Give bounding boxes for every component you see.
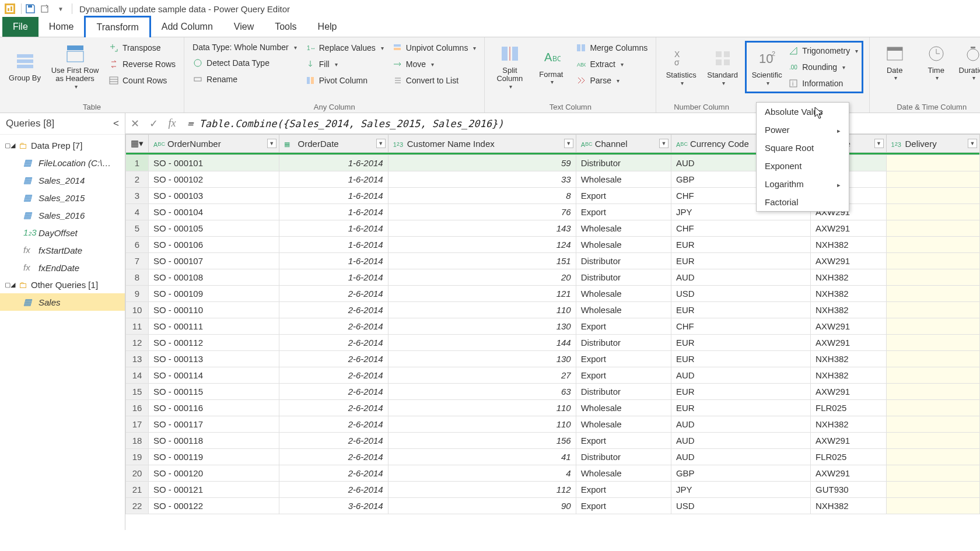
filter-icon[interactable]: ▼ [874, 139, 884, 148]
table-row[interactable]: 20 SO - 000120 2-6-2014 4 Wholesale GBP … [126, 465, 980, 482]
filter-icon[interactable]: ▼ [968, 139, 977, 148]
menu-factorial[interactable]: Factorial [757, 193, 849, 211]
tab-file[interactable]: File [2, 17, 38, 37]
formula-input[interactable]: = Table.Combine({Sales_2014, Sales_2015,… [181, 118, 980, 129]
tree-item[interactable]: 1₂3DayOffset [0, 224, 125, 241]
filter-icon[interactable]: ▼ [659, 139, 668, 148]
table-row[interactable]: 7 SO - 000107 1-6-2014 151 Distributor E… [126, 253, 980, 269]
save-icon[interactable] [24, 2, 37, 15]
tab-transform[interactable]: Transform [84, 16, 150, 37]
corner-cell[interactable]: ▦▾ [126, 135, 149, 153]
table-row[interactable]: 12 SO - 000112 2-6-2014 144 Distributor … [126, 335, 980, 351]
tab-add-column[interactable]: Add Column [151, 17, 223, 37]
table-row[interactable]: 4 SO - 000104 1-6-2014 76 Export JPY AXW… [126, 204, 980, 220]
column-header[interactable]: ABCChannel▼ [576, 135, 671, 153]
table-row[interactable]: 3 SO - 000103 1-6-2014 8 Export CHF GUT9… [126, 188, 980, 204]
table-row[interactable]: 2 SO - 000102 1-6-2014 33 Wholesale GBP [126, 171, 980, 188]
undo-icon[interactable] [39, 2, 52, 15]
menu-absolute-value[interactable]: Absolute Value [757, 103, 849, 121]
formula-fx-icon[interactable]: fx [163, 114, 181, 133]
tab-home[interactable]: Home [38, 17, 85, 37]
qat-dropdown-icon[interactable]: ▼ [54, 2, 67, 15]
rounding-button[interactable]: .00Rounding [786, 60, 860, 74]
table-row[interactable]: 15 SO - 000115 2-6-2014 63 Distributor E… [126, 384, 980, 400]
tree-item[interactable]: ▦Sales_2015 [0, 189, 125, 206]
svg-rect-24 [502, 47, 508, 61]
detect-type-button[interactable]: Detect Data Type [190, 56, 299, 70]
data-type-button[interactable]: Data Type: Whole Number [190, 41, 299, 54]
tree-item[interactable]: fxfxEndDate [0, 259, 125, 276]
table-row[interactable]: 13 SO - 000113 2-6-2014 130 Export EUR N… [126, 351, 980, 367]
tab-view[interactable]: View [223, 17, 264, 37]
filter-icon[interactable]: ▼ [376, 139, 386, 148]
menu-power[interactable]: Power [757, 121, 849, 139]
count-rows-button[interactable]: Count Rows [106, 73, 178, 87]
parse-button[interactable]: Parse [573, 73, 650, 87]
table-row[interactable]: 22 SO - 000122 3-6-2014 90 Export USD NX… [126, 498, 980, 514]
tree-item-sales[interactable]: ▦Sales [0, 293, 125, 311]
filter-icon[interactable]: ▼ [267, 139, 276, 148]
table-row[interactable]: 1 SO - 000101 1-6-2014 59 Distributor AU… [126, 155, 980, 171]
tree-group-dataprep[interactable]: ▢◢ 🗀 Data Prep [7] [0, 137, 125, 154]
pivot-button[interactable]: Pivot Column [303, 73, 386, 87]
standard-button[interactable]: Standard [704, 41, 741, 93]
data-grid[interactable]: ▦▾ABCOrderNumber▼▦OrderDate▼123Customer … [125, 134, 980, 514]
tree-group-other[interactable]: ▢◢ 🗀 Other Queries [1] [0, 276, 125, 293]
trigonometry-button[interactable]: Trigonometry [786, 44, 860, 58]
tab-help[interactable]: Help [307, 17, 348, 37]
table-row[interactable]: 16 SO - 000116 2-6-2014 110 Wholesale EU… [126, 400, 980, 416]
table-row[interactable]: 6 SO - 000106 1-6-2014 124 Wholesale EUR… [126, 237, 980, 253]
table-row[interactable]: 18 SO - 000118 2-6-2014 156 Export AUD A… [126, 433, 980, 449]
table-row[interactable]: 21 SO - 000121 2-6-2014 112 Export JPY G… [126, 482, 980, 498]
svg-point-48 [967, 49, 979, 61]
information-button[interactable]: iInformation [786, 76, 860, 90]
tree-item[interactable]: ▦FileLocation (C:\… [0, 154, 125, 171]
column-header[interactable]: ▦OrderDate▼ [279, 135, 388, 153]
svg-rect-25 [512, 47, 518, 61]
row-number: 13 [126, 351, 149, 367]
menu-exponent[interactable]: Exponent [757, 157, 849, 175]
column-header[interactable]: 123Delivery▼ [886, 135, 979, 153]
tree-item[interactable]: ▦Sales_2014 [0, 171, 125, 189]
format-button[interactable]: ABC Format [532, 41, 570, 92]
table-row[interactable]: 9 SO - 000109 2-6-2014 121 Wholesale USD… [126, 286, 980, 302]
table-row[interactable]: 17 SO - 000117 2-6-2014 110 Wholesale AU… [126, 416, 980, 433]
formula-accept-button[interactable]: ✓ [144, 114, 163, 133]
use-first-row-button[interactable]: Use First Row as Headers [47, 41, 103, 92]
split-column-button[interactable]: Split Column [491, 41, 528, 92]
statistics-button[interactable]: Xσ Statistics [662, 41, 700, 93]
unpivot-button[interactable]: Unpivot Columns [390, 41, 479, 55]
duration-button[interactable]: Duration [958, 41, 980, 83]
time-button[interactable]: Time [917, 41, 955, 83]
collapse-icon[interactable]: < [113, 118, 119, 129]
menu-logarithm[interactable]: Logarithm [757, 175, 849, 193]
table-row[interactable]: 5 SO - 000105 1-6-2014 143 Wholesale CHF… [126, 220, 980, 237]
table-row[interactable]: 8 SO - 000108 1-6-2014 20 Distributor AU… [126, 269, 980, 286]
convert-list-button[interactable]: Convert to List [390, 73, 479, 87]
table-row[interactable]: 19 SO - 000119 2-6-2014 41 Distributor A… [126, 449, 980, 465]
filter-icon[interactable]: ▼ [564, 139, 573, 148]
column-header[interactable]: 123Customer Name Index▼ [388, 135, 576, 153]
scientific-button[interactable]: 102 Scientific [748, 44, 786, 90]
group-by-button[interactable]: Group By [6, 41, 44, 92]
date-button[interactable]: Date [876, 41, 914, 83]
table-row[interactable]: 14 SO - 000114 2-6-2014 27 Export AUD NX… [126, 367, 980, 384]
tree-item[interactable]: ▦Sales_2016 [0, 206, 125, 224]
replace-values-button[interactable]: 1↔2Replace Values [303, 41, 386, 55]
formula-cancel-button[interactable]: ✕ [125, 114, 144, 133]
fill-button[interactable]: Fill [303, 57, 386, 71]
extract-button[interactable]: ABCExtract [573, 57, 650, 71]
rename-button[interactable]: Rename [190, 72, 299, 86]
transpose-button[interactable]: Transpose [106, 41, 178, 55]
menu-square-root[interactable]: Square Root [757, 139, 849, 157]
column-header[interactable]: ABCOrderNumber▼ [149, 135, 279, 153]
scientific-label: Scientific [752, 71, 782, 79]
tree-item[interactable]: fxfxStartDate [0, 241, 125, 259]
table-row[interactable]: 10 SO - 000110 2-6-2014 110 Wholesale EU… [126, 302, 980, 318]
any-column-group-label: Any Column [190, 101, 478, 111]
tab-tools[interactable]: Tools [264, 17, 307, 37]
move-button[interactable]: Move [390, 57, 479, 71]
table-row[interactable]: 11 SO - 000111 2-6-2014 130 Export CHF A… [126, 318, 980, 335]
merge-columns-button[interactable]: Merge Columns [573, 41, 650, 55]
reverse-rows-button[interactable]: Reverse Rows [106, 57, 178, 71]
